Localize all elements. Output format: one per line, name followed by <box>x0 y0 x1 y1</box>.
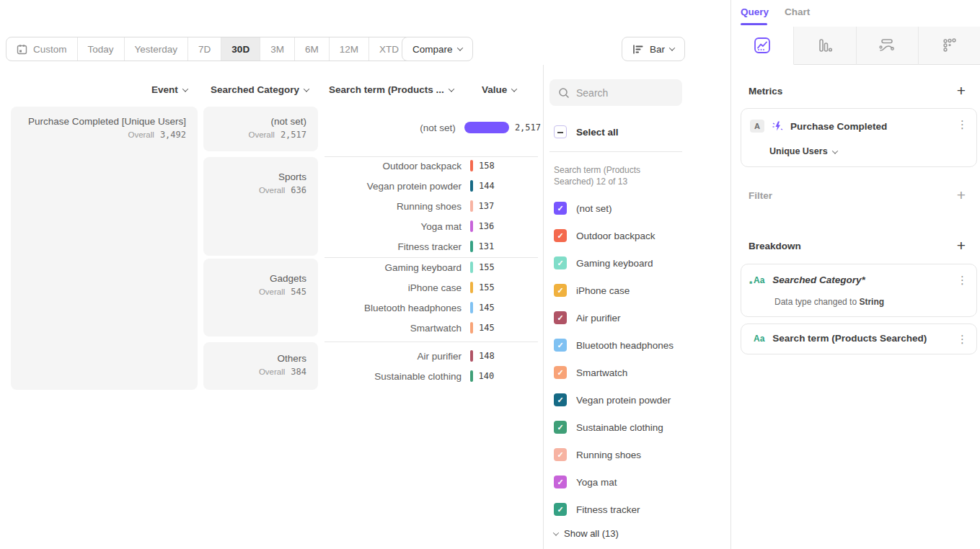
breakdown-card[interactable]: ⋮ Aa Search term (Products Searched) <box>741 323 977 354</box>
chevron-down-icon <box>304 86 309 92</box>
show-all-button[interactable]: Show all (13) <box>554 528 619 539</box>
breakdown-card[interactable]: ⋮ Aa* Searched Category* Data type chang… <box>741 264 977 317</box>
category-cell[interactable]: Others Overall384 <box>203 342 318 390</box>
filter-option[interactable]: Air purifier <box>554 310 621 326</box>
event-cell[interactable]: Purchase Completed [Unique Users] Overal… <box>11 107 198 390</box>
event-overall: Overall3,492 <box>11 130 198 140</box>
table-row[interactable]: Outdoor backpack158 <box>325 156 541 176</box>
tab-chart[interactable]: Chart <box>785 6 810 17</box>
table-row[interactable]: Bluetooth headphones145 <box>325 298 541 318</box>
filter-option[interactable]: Sustainable clothing <box>554 419 663 435</box>
value-bar <box>470 262 473 273</box>
add-metric-button[interactable]: + <box>957 84 966 97</box>
table-row[interactable]: Vegan protein powder144 <box>325 176 541 196</box>
table-row[interactable]: Gaming keyboard155 <box>325 257 541 277</box>
filter-option[interactable]: Running shoes <box>554 447 641 463</box>
value-bar <box>470 370 473 382</box>
flows-chart-icon <box>878 37 896 54</box>
tab-flows[interactable] <box>857 27 919 65</box>
kebab-menu-icon[interactable]: ⋮ <box>957 334 968 345</box>
horizontal-bar-chart-icon <box>632 44 644 55</box>
table-row[interactable]: Smartwatch145 <box>325 318 541 338</box>
event-spark-icon <box>772 120 784 133</box>
compare-button[interactable]: Compare <box>402 37 473 61</box>
checkbox-checked-icon[interactable] <box>554 421 567 434</box>
filter-option[interactable]: Vegan protein powder <box>554 392 671 408</box>
chevron-down-icon <box>831 148 837 153</box>
tab-retention[interactable] <box>919 27 980 65</box>
tab-funnels[interactable] <box>794 27 857 65</box>
chevron-down-icon <box>553 530 559 535</box>
column-header-category[interactable]: Searched Category <box>211 84 309 95</box>
value-label: 155 <box>479 262 495 272</box>
date-range-30d[interactable]: 30D <box>221 37 260 61</box>
checkbox-checked-icon[interactable] <box>554 476 567 488</box>
category-cell[interactable]: Sports Overall636 <box>203 157 318 256</box>
filter-option[interactable]: Fitness tracker <box>554 501 640 517</box>
category-cell[interactable]: Gadgets Overall545 <box>203 259 318 336</box>
checkbox-checked-icon[interactable] <box>554 366 567 379</box>
table-row[interactable]: Running shoes137 <box>325 196 541 216</box>
date-range-selector: Custom Today Yesterday 7D 30D 3M 6M 12M … <box>6 37 419 61</box>
table-row[interactable]: Yoga mat136 <box>325 216 541 236</box>
search-box[interactable] <box>549 79 682 106</box>
chart-type-selector[interactable]: Bar <box>622 37 685 61</box>
search-input[interactable] <box>576 87 670 99</box>
table-row[interactable]: iPhone case155 <box>325 277 541 298</box>
checkbox-checked-icon[interactable] <box>554 311 567 324</box>
filter-option[interactable]: (not set) <box>554 200 612 216</box>
date-range-12m[interactable]: 12M <box>329 37 368 61</box>
checkbox-checked-icon[interactable] <box>554 256 567 269</box>
date-range-yesterday[interactable]: Yesterday <box>124 37 188 61</box>
group-separator <box>325 342 538 342</box>
checkbox-checked-icon[interactable] <box>554 339 567 352</box>
checkbox-checked-icon[interactable] <box>554 503 567 516</box>
breakdown-name: Searched Category* <box>772 274 865 285</box>
filter-option[interactable]: Smartwatch <box>554 365 627 380</box>
breakdown-note: Data type changed to String <box>774 297 884 307</box>
filter-option[interactable]: Yoga mat <box>554 474 617 490</box>
date-range-3m[interactable]: 3M <box>260 37 294 61</box>
filter-option[interactable]: Outdoor backpack <box>554 228 655 244</box>
search-icon <box>558 87 570 99</box>
table-row[interactable]: Fitness tracker131 <box>325 236 541 256</box>
table-row[interactable]: Air purifier148 <box>325 346 541 366</box>
query-panel: Query Chart <box>730 0 980 549</box>
value-bar <box>470 350 473 362</box>
filter-header: Filter <box>749 190 772 201</box>
retention-chart-icon <box>941 37 958 54</box>
filter-option[interactable]: Bluetooth headphones <box>554 337 674 353</box>
column-header-event[interactable]: Event <box>151 84 187 95</box>
column-header-term[interactable]: Search term (Products ... <box>329 84 454 95</box>
breakdown-header: Breakdown <box>749 241 801 251</box>
checkbox-checked-icon[interactable] <box>554 393 567 406</box>
group-separator <box>325 257 538 258</box>
date-range-label: Custom <box>33 44 67 55</box>
date-range-7d[interactable]: 7D <box>187 37 221 61</box>
add-breakdown-button[interactable]: + <box>957 239 966 252</box>
date-range-6m[interactable]: 6M <box>294 37 329 61</box>
add-filter-button[interactable]: + <box>957 189 966 202</box>
date-range-today[interactable]: Today <box>77 37 124 61</box>
table-row[interactable]: (not set)2,517 <box>325 117 541 138</box>
value-bar <box>470 180 473 192</box>
checkbox-checked-icon[interactable] <box>554 202 567 215</box>
tab-query[interactable]: Query <box>741 6 769 17</box>
column-header-value[interactable]: Value <box>482 84 516 95</box>
checkbox-checked-icon[interactable] <box>554 448 567 461</box>
checkbox-checked-icon[interactable] <box>554 284 567 297</box>
filter-option[interactable]: Gaming keyboard <box>554 255 653 271</box>
kebab-menu-icon[interactable]: ⋮ <box>957 119 968 130</box>
metric-card[interactable]: ⋮ A Purchase Completed Unique Users <box>741 108 977 167</box>
filter-option[interactable]: iPhone case <box>554 282 630 298</box>
kebab-menu-icon[interactable]: ⋮ <box>957 274 968 286</box>
checkbox-indeterminate-icon[interactable] <box>554 125 567 138</box>
checkbox-checked-icon[interactable] <box>554 229 567 242</box>
select-all-option[interactable]: Select all <box>554 125 619 138</box>
value-label: 155 <box>479 282 495 293</box>
category-cell[interactable]: (not set) Overall2,517 <box>203 107 318 151</box>
measure-selector[interactable]: Unique Users <box>769 146 837 156</box>
tab-insights[interactable] <box>731 27 794 65</box>
table-row[interactable]: Sustainable clothing140 <box>325 366 541 386</box>
date-range-custom[interactable]: Custom <box>6 37 77 61</box>
